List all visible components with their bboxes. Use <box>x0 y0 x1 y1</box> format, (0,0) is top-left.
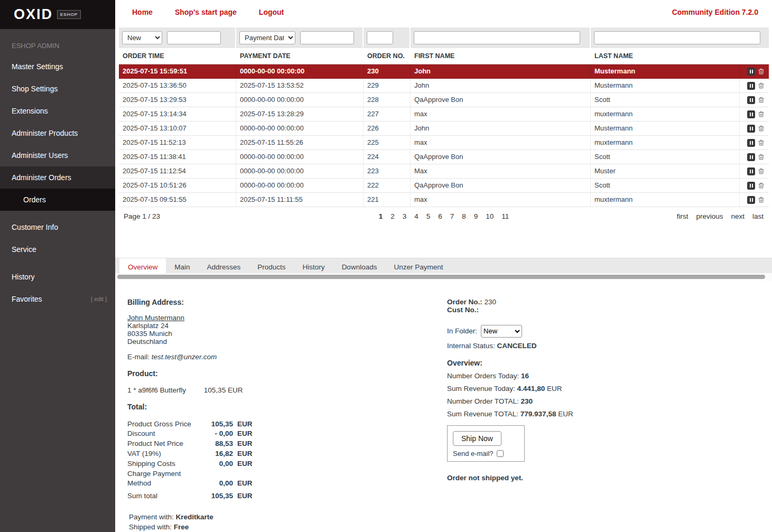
totals-row: Charge Payment Method0,00EUR <box>127 469 253 489</box>
sidebar-item-master-settings[interactable]: Master Settings <box>0 55 115 78</box>
sidebar-item-service[interactable]: Service <box>0 238 115 260</box>
page-number-8[interactable]: 8 <box>462 212 466 220</box>
table-row[interactable]: 2025-07-15 13:29:530000-00-00 00:00:0022… <box>119 93 769 107</box>
billing-column: Billing Address: John Mustermann Karlspl… <box>127 298 434 532</box>
cell-last-name: Mustermann <box>591 79 740 92</box>
sidebar-item-extensions[interactable]: Extensions <box>0 100 115 122</box>
pause-icon[interactable] <box>747 68 755 76</box>
trash-icon[interactable] <box>758 68 765 75</box>
pause-icon[interactable] <box>747 167 755 175</box>
trash-icon[interactable] <box>758 96 765 104</box>
pause-icon[interactable] <box>747 96 755 104</box>
column-header-order-no[interactable]: ORDER NO. <box>364 48 411 64</box>
scrollbar-thumb[interactable] <box>117 275 765 279</box>
table-row[interactable]: 2025-07-15 13:14:342025-07-15 13:28:2922… <box>119 107 769 122</box>
page-nav-first[interactable]: first <box>677 212 689 220</box>
table-row[interactable]: 2025-07-15 15:59:510000-00-00 00:00:0023… <box>119 64 769 79</box>
topnav-link-shop-s-start-page[interactable]: Shop's start page <box>175 8 237 16</box>
folder-filter-select[interactable]: New <box>122 31 162 44</box>
stat-label: Sum Revenue TOTAL: <box>447 410 520 418</box>
table-row[interactable]: 2025-07-15 13:36:502025-07-15 13:53:5222… <box>119 79 769 93</box>
table-row[interactable]: 2025-07-15 13:10:070000-00-00 00:00:0022… <box>119 122 769 136</box>
tab-downloads[interactable]: Downloads <box>333 258 386 273</box>
page-number-5[interactable]: 5 <box>426 212 431 220</box>
page-number-3[interactable]: 3 <box>403 212 407 220</box>
cell-order-no: 230 <box>364 64 411 78</box>
sidebar-item-favorites[interactable]: Favorites[ edit ] <box>0 288 115 310</box>
table-row[interactable]: 2025-07-15 11:38:410000-00-00 00:00:0022… <box>119 150 769 164</box>
sidebar-item-shop-settings[interactable]: Shop Settings <box>0 78 115 100</box>
tab-products[interactable]: Products <box>249 258 294 273</box>
pause-icon[interactable] <box>747 82 755 90</box>
table-row[interactable]: 2025-07-15 11:52:132025-07-15 11:55:2622… <box>119 136 769 150</box>
column-header-first-name[interactable]: FIRST NAME <box>411 48 591 64</box>
ship-now-button[interactable]: Ship Now <box>453 431 501 446</box>
trash-icon[interactable] <box>758 167 765 175</box>
first-name-filter-input[interactable] <box>414 31 580 44</box>
pause-icon[interactable] <box>747 139 755 147</box>
sidebar-item-administer-products[interactable]: Administer Products <box>0 122 115 144</box>
payment-with-value: Kreditkarte <box>176 513 213 521</box>
filter-row: New Payment Date <box>119 27 769 48</box>
totals-value: 88,53 <box>207 439 233 449</box>
column-header-order-time[interactable]: ORDER TIME <box>119 48 236 64</box>
tab-unzer-payment[interactable]: Unzer Payment <box>385 258 451 273</box>
order-no-filter-input[interactable] <box>367 31 393 44</box>
trash-icon[interactable] <box>758 153 765 161</box>
topnav: HomeShop's start pageLogout Community Ed… <box>115 0 772 24</box>
table-row[interactable]: 2025-07-15 09:51:552025-07-15 11:11:5522… <box>119 193 769 207</box>
send-email-checkbox[interactable] <box>497 450 504 457</box>
order-time-filter-input[interactable] <box>167 31 221 44</box>
tab-history[interactable]: History <box>294 258 333 273</box>
pause-icon[interactable] <box>747 182 755 190</box>
page-nav-next[interactable]: next <box>731 212 745 220</box>
payment-date-filter-select[interactable]: Payment Date <box>239 31 295 44</box>
page-number-1[interactable]: 1 <box>379 212 383 220</box>
app-window: OXID ESHOP ESHOP ADMIN Master SettingsSh… <box>0 0 772 532</box>
page-number-10[interactable]: 10 <box>486 212 494 220</box>
page-number-4[interactable]: 4 <box>414 212 418 220</box>
tab-addresses[interactable]: Addresses <box>199 258 249 273</box>
pause-icon[interactable] <box>747 110 755 118</box>
page-number-2[interactable]: 2 <box>390 212 395 220</box>
tab-main[interactable]: Main <box>166 258 198 273</box>
sidebar-item-label: Administer Products <box>12 129 78 137</box>
trash-icon[interactable] <box>758 110 765 118</box>
sidebar-item-customer-info[interactable]: Customer Info <box>0 216 115 238</box>
page-number-6[interactable]: 6 <box>438 212 442 220</box>
tab-overview[interactable]: Overview <box>119 258 166 273</box>
billing-name-link[interactable]: John Mustermann <box>127 314 184 322</box>
topnav-link-logout[interactable]: Logout <box>259 8 284 16</box>
sidebar-item-administer-users[interactable]: Administer Users <box>0 144 115 166</box>
topnav-link-home[interactable]: Home <box>132 8 153 16</box>
trash-icon[interactable] <box>758 139 765 146</box>
page-number-7[interactable]: 7 <box>450 212 454 220</box>
trash-icon[interactable] <box>758 82 765 89</box>
page-nav-previous[interactable]: previous <box>696 212 723 220</box>
table-row[interactable]: 2025-07-15 10:51:260000-00-00 00:00:0022… <box>119 179 769 193</box>
trash-icon[interactable] <box>758 196 765 203</box>
last-name-filter-input[interactable] <box>594 31 760 44</box>
column-header-last-name[interactable]: LAST NAME <box>591 48 740 64</box>
column-header-payment-date[interactable]: PAYMENT DATE <box>236 48 364 64</box>
pause-icon[interactable] <box>747 196 755 204</box>
row-actions <box>740 122 769 135</box>
page-nav-last[interactable]: last <box>752 212 764 220</box>
page-number-11[interactable]: 11 <box>501 212 509 220</box>
sidebar-item-administer-orders[interactable]: Administer Orders <box>0 166 115 189</box>
favorites-edit-link[interactable]: [ edit ] <box>91 296 107 302</box>
payment-date-filter-input[interactable] <box>300 31 354 44</box>
table-row[interactable]: 2025-07-15 11:12:540000-00-00 00:00:0022… <box>119 164 769 179</box>
in-folder-line: In Folder: New <box>447 325 658 338</box>
trash-icon[interactable] <box>758 182 765 189</box>
totals-label: VAT (19%) <box>127 449 207 459</box>
pause-icon[interactable] <box>747 153 755 161</box>
horizontal-scrollbar[interactable] <box>115 273 772 281</box>
sidebar-item-orders[interactable]: Orders <box>0 189 115 211</box>
trash-icon[interactable] <box>758 125 765 132</box>
sidebar-item-history[interactable]: History <box>0 266 115 288</box>
in-folder-select[interactable]: New <box>481 325 522 338</box>
page-number-9[interactable]: 9 <box>474 212 478 220</box>
sidebar-item-label: Shop Settings <box>12 85 58 93</box>
pause-icon[interactable] <box>747 125 755 133</box>
